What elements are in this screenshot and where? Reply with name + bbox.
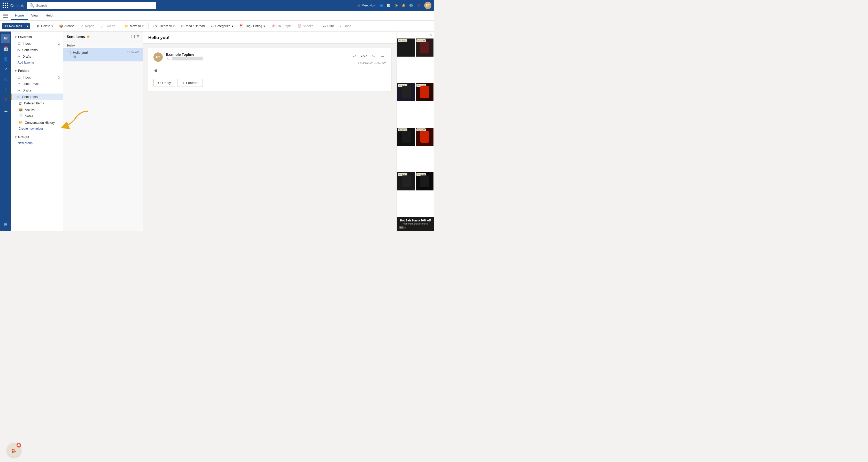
more-mail-actions-btn[interactable]: ··· <box>379 53 386 60</box>
ad-item-3[interactable]: NUEVO <box>397 83 415 101</box>
ad-item-2[interactable]: NUEVO <box>416 38 433 57</box>
mail-list-header-actions: ☐ ≡ <box>131 34 139 39</box>
ad-item-4[interactable]: NUEVO <box>416 83 433 101</box>
sender-name: Example Topline <box>166 53 351 57</box>
report-button[interactable]: ⚠ Report <box>78 23 97 29</box>
move-label: Move to <box>130 24 141 28</box>
search-input[interactable] <box>36 4 153 7</box>
waffle-icon[interactable] <box>3 3 8 8</box>
meet-now-button[interactable]: 📹 Meet Now <box>357 4 376 7</box>
sweep-icon: 🧹 <box>100 24 104 28</box>
folder-sent[interactable]: ▷ Sent Items <box>11 94 63 100</box>
folder-deleted[interactable]: 🗑 Deleted Items <box>11 100 63 106</box>
tab-help[interactable]: Help <box>42 11 56 20</box>
add-favorite-link[interactable]: Add favorite <box>11 60 63 65</box>
tab-home[interactable]: Home <box>11 11 28 20</box>
bag-6 <box>420 131 429 143</box>
mail-item[interactable]: Hello you! Hi 10:52 AM <box>63 48 143 61</box>
sidebar-item-tasks[interactable]: ✓ <box>1 65 10 74</box>
sidebar-item-excel[interactable]: X <box>1 85 10 95</box>
filter-icon[interactable]: ☐ <box>131 34 135 39</box>
question-button[interactable]: ❓ <box>417 4 421 7</box>
ribbon-bar: Home View Help <box>0 11 434 21</box>
reply-all-action-btn[interactable]: ↩↩ <box>361 53 368 60</box>
teams-button[interactable]: 👥 <box>379 4 383 7</box>
folders-header[interactable]: ▼ Folders <box>11 67 63 74</box>
folder-drafts[interactable]: ✏ Drafts <box>11 87 63 94</box>
reply-button[interactable]: ↩ Reply <box>153 79 175 87</box>
print-button[interactable]: 🖨 Print <box>320 23 336 29</box>
copilot-button[interactable]: ✨ <box>394 4 398 7</box>
snooze-button[interactable]: ⏰ Snooze <box>295 23 316 29</box>
read-unread-button[interactable]: ✉ Read / Unread <box>178 23 208 29</box>
more-options-button[interactable]: ··· <box>428 23 432 29</box>
separator-1 <box>32 23 32 29</box>
mail-subject: Hello you! <box>148 35 392 40</box>
mail-checkbox[interactable] <box>67 51 71 55</box>
question-icon: ❓ <box>417 4 421 7</box>
new-group-link[interactable]: New group <box>11 140 63 146</box>
office-icon: 📝 <box>387 4 391 7</box>
inbox-label: Inbox <box>23 42 31 45</box>
ad-close-button[interactable]: ✕ <box>429 33 432 37</box>
flag-label: Flag / Unflag <box>245 24 262 28</box>
folders-label: Folders <box>18 69 29 72</box>
sent-icon: ▷ <box>18 48 20 52</box>
archive-button[interactable]: 📦 Archive <box>57 23 77 29</box>
groups-header[interactable]: ▼ Groups <box>11 133 63 140</box>
favorites-drafts[interactable]: ✏ Drafts <box>11 53 63 60</box>
ad-item-6[interactable]: NUEVO <box>416 128 433 146</box>
new-mail-dropdown[interactable]: ▾ <box>25 23 30 29</box>
categorize-button[interactable]: 🏷 Categorize ▾ <box>209 23 236 29</box>
sidebar-item-onedrive[interactable]: ☁ <box>1 106 10 115</box>
undo-button[interactable]: ↩ Undo <box>337 23 354 29</box>
forward-button[interactable]: ↪ Forward <box>177 79 203 87</box>
favorites-inbox[interactable]: ☐ Inbox 3 <box>11 40 63 47</box>
user-avatar[interactable]: ET <box>424 2 431 9</box>
ad-item-8[interactable]: NUEVO <box>416 172 433 190</box>
delete-label: Delete <box>41 24 50 28</box>
folder-junk[interactable]: ⚠ Junk Email <box>11 81 63 87</box>
sidebar-item-contacts[interactable]: 👤 <box>1 54 10 64</box>
office-button[interactable]: 📝 <box>387 4 391 7</box>
favorites-sent[interactable]: ▷ Sent Items <box>11 47 63 53</box>
inbox-badge: 3 <box>58 42 60 45</box>
ad-item-5[interactable]: NUEVO <box>397 128 415 146</box>
create-new-folder-link[interactable]: Create new folder <box>11 126 63 131</box>
folder-inbox[interactable]: ☐ Inbox 3 <box>11 74 63 81</box>
ad-item-7[interactable]: NUEVO <box>397 172 415 190</box>
sweep-button[interactable]: 🧹 Sweep <box>98 23 118 29</box>
tab-view[interactable]: View <box>28 11 42 20</box>
search-bar[interactable]: 🔍 <box>27 2 156 9</box>
delete-button[interactable]: 🗑 Delete ▾ <box>34 23 56 29</box>
folder-conversation-history[interactable]: 📂 Conversation History <box>11 119 63 126</box>
sale-text: Hot Sale Hasta 70% off <box>399 219 431 222</box>
move-to-button[interactable]: 📁 Move to ▾ <box>122 23 147 29</box>
mail-item-preview: Hi <box>73 55 125 59</box>
ad-grid: NUEVO NUEVO NUEVO NUEVO NUEVO NUEVO <box>397 38 434 217</box>
sidebar-item-mail[interactable]: ✉ <box>1 34 10 43</box>
flag-button[interactable]: 🚩 Flag / Unflag ▾ <box>237 23 268 29</box>
forward-action-btn[interactable]: ↪ <box>370 53 377 60</box>
settings-button[interactable]: ⚙️ <box>409 4 413 7</box>
sidebar-item-word[interactable]: W <box>1 75 10 84</box>
folder-archive[interactable]: 📦 Archive <box>11 106 63 113</box>
bell-button[interactable]: 🔔 <box>402 4 406 7</box>
favorites-header[interactable]: ▼ Favorites <box>11 34 63 40</box>
mail-meta-actions: ↩ ↩↩ ↪ ··· <box>351 53 386 60</box>
ad-item-1[interactable]: NUEVO <box>397 38 415 57</box>
drafts-icon: ✏ <box>18 55 21 58</box>
search-icon: 🔍 <box>29 3 35 8</box>
sidebar-item-calendar[interactable]: 📅 <box>1 44 10 53</box>
sort-icon[interactable]: ≡ <box>137 34 139 39</box>
sidebar-item-powerpoint[interactable]: P <box>1 96 10 105</box>
new-mail-button[interactable]: ✉ New mail <box>2 23 25 29</box>
pin-button[interactable]: 📌 Pin / Unpin <box>269 23 294 29</box>
sidebar-item-apps[interactable]: ⊞ <box>1 220 10 229</box>
hamburger-button[interactable] <box>2 12 9 20</box>
ad-info-icon[interactable]: ▷ <box>405 226 406 229</box>
reply-all-button[interactable]: ↩↩ Reply all ▾ <box>151 23 177 29</box>
folder-notes[interactable]: 📄 Notes <box>11 113 63 119</box>
reply-action-btn[interactable]: ↩ <box>351 53 358 60</box>
mail-list-title: Sent Items ★ <box>67 35 90 39</box>
